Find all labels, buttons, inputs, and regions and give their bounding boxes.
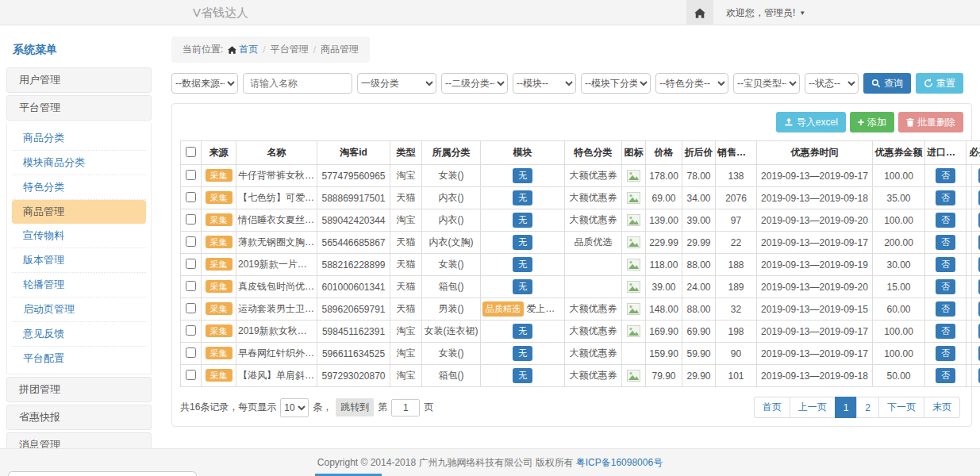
imported-toggle[interactable]: 否 (936, 324, 955, 339)
row-checkbox[interactable] (186, 259, 196, 269)
product-name-cell: 运动套装男士卫衣初秋... (236, 298, 317, 321)
filter-select-status[interactable]: --状态-- (805, 73, 859, 94)
row-checkbox[interactable] (186, 370, 196, 380)
search-button[interactable]: 查询 (863, 73, 911, 94)
must-buy-cell: 否 (967, 232, 980, 254)
imported-toggle[interactable]: 否 (936, 168, 955, 183)
coupon-amount-cell: 60.00 (873, 298, 925, 321)
imported-toggle[interactable]: 否 (936, 213, 955, 228)
must-buy-cell: 否 (967, 276, 980, 298)
category-cell: 男装() (422, 298, 481, 321)
imported-cell: 否 (925, 232, 967, 254)
batch-delete-button[interactable]: 批量删除 (898, 112, 963, 132)
price-cell: 178.00 (646, 165, 682, 187)
imported-toggle[interactable]: 否 (936, 279, 955, 294)
sidebar-item-4[interactable]: 特色分类 (12, 175, 146, 200)
page-button-1[interactable]: 1 (835, 397, 858, 418)
product-name-cell: 薄款无钢圈文胸聚拢性... (236, 232, 317, 254)
page-button-上一页[interactable]: 上一页 (790, 397, 836, 418)
filter-select-module-subcategory[interactable]: --模块下分类-- (581, 73, 651, 94)
source-cell: 采集 (202, 187, 236, 209)
filter-select-module[interactable]: --模块-- (513, 73, 576, 94)
filter-select-level2-category[interactable]: --二级分类-- (441, 73, 508, 94)
row-checkbox[interactable] (186, 170, 196, 180)
module-cell: 无 (481, 321, 565, 343)
sidebar-item-8[interactable]: 轮播管理 (12, 273, 146, 298)
source-cell: 采集 (202, 321, 236, 343)
row-checkbox[interactable] (186, 303, 196, 313)
sidebar-item-10[interactable]: 意见反馈 (12, 322, 146, 347)
sidebar-item-14[interactable]: 消息管理 (6, 432, 152, 448)
import-excel-button[interactable]: 导入excel (776, 112, 846, 132)
page-button-末页[interactable]: 末页 (924, 397, 960, 418)
per-page-select[interactable]: 10 (280, 398, 309, 417)
imported-cell: 否 (925, 254, 967, 276)
sidebar-item-13[interactable]: 省惠快报 (6, 405, 152, 430)
filter-select-data-source[interactable]: --数据来源-- (171, 73, 238, 94)
imported-cell: 否 (925, 165, 967, 187)
breadcrumb-home-link[interactable]: 首页 (228, 43, 258, 56)
feature-cell: 大额优惠券 (565, 187, 622, 209)
column-header: 类型 (390, 141, 422, 165)
sidebar-submenu: 商品分类模块商品分类特色分类商品管理宣传物料版本管理轮播管理启动页管理意见反馈平… (6, 123, 152, 374)
table-row: 采集牛仔背带裤女秋装减龄...577479560965淘宝女装()无大额优惠券1… (181, 165, 980, 187)
imported-toggle[interactable]: 否 (936, 235, 955, 250)
source-badge: 采集 (206, 236, 233, 248)
sidebar-item-12[interactable]: 拼团管理 (6, 377, 152, 402)
filter-select-level1-category[interactable]: 一级分类 (357, 73, 436, 94)
row-checkbox[interactable] (186, 236, 196, 247)
row-checkbox[interactable] (186, 347, 196, 358)
page-button-下一页[interactable]: 下一页 (878, 397, 924, 418)
filter-select-feature-category[interactable]: --特色分类-- (655, 73, 728, 94)
page-button-首页[interactable]: 首页 (754, 397, 790, 418)
source-badge: 采集 (206, 324, 233, 337)
sidebar-item-2[interactable]: 商品分类 (12, 126, 146, 151)
home-button[interactable] (686, 0, 713, 25)
select-all-checkbox[interactable] (186, 147, 196, 157)
reset-button[interactable]: 重置 (916, 73, 963, 94)
jump-button[interactable]: 跳转到 (336, 398, 374, 416)
discount-price-cell: 88.00 (682, 254, 716, 276)
imported-toggle[interactable]: 否 (936, 346, 955, 361)
sidebar-item-7[interactable]: 版本管理 (12, 248, 146, 273)
imported-toggle[interactable]: 否 (936, 301, 955, 317)
column-header: 优惠券金额 (873, 141, 925, 165)
module-cell: 无 (481, 254, 565, 276)
sidebar-item-9[interactable]: 启动页管理 (12, 298, 146, 322)
price-cell: 39.00 (646, 276, 682, 298)
row-checkbox[interactable] (186, 281, 196, 291)
sidebar-title: 系统菜单 (6, 38, 152, 67)
row-checkbox[interactable] (186, 214, 196, 225)
name-search-input[interactable] (243, 73, 352, 94)
source-badge: 采集 (206, 169, 233, 182)
checkbox-cell (181, 365, 202, 387)
module-cell: 品质精选 爱上运动 (481, 298, 565, 321)
imported-toggle[interactable]: 否 (936, 257, 955, 272)
sidebar-item-0[interactable]: 用户管理 (6, 67, 152, 93)
user-menu[interactable]: 欢迎您，管理员! ▼ (726, 6, 805, 20)
sidebar-item-5[interactable]: 商品管理 (12, 200, 146, 224)
add-button[interactable]: + 添加 (850, 112, 894, 132)
select-all-header (181, 141, 202, 165)
category-cell: 女装() (422, 254, 481, 276)
row-checkbox[interactable] (186, 192, 196, 202)
coupon-amount-cell: 100.00 (873, 165, 925, 187)
imported-toggle[interactable]: 否 (936, 190, 955, 205)
sidebar-item-11[interactable]: 平台配置 (12, 347, 146, 370)
page-button-2[interactable]: 2 (856, 397, 879, 418)
sidebar-item-1[interactable]: 平台管理 (6, 95, 152, 121)
coupon-amount-cell: 30.00 (873, 254, 925, 276)
filter-select-item-type[interactable]: --宝贝类型-- (733, 73, 800, 94)
sidebar-item-6[interactable]: 宣传物料 (12, 224, 146, 248)
bottom-popup-edge (8, 471, 197, 476)
row-checkbox[interactable] (186, 325, 196, 336)
topbar: V省钱达人 欢迎您，管理员! ▼ (0, 0, 980, 25)
checkbox-cell (181, 298, 202, 321)
product-name-cell: 2019新款一片式系... (236, 254, 317, 276)
imported-toggle[interactable]: 否 (936, 368, 955, 383)
jump-page-input[interactable] (391, 399, 420, 416)
icp-link[interactable]: 粤ICP备16098006号 (576, 456, 663, 470)
breadcrumb: 当前位置: 首页 / 平台管理 / 商品管理 (171, 36, 370, 63)
coupon-time-cell: 2019-09-13—2019-09-20 (757, 209, 873, 232)
sidebar-item-3[interactable]: 模块商品分类 (12, 151, 146, 175)
